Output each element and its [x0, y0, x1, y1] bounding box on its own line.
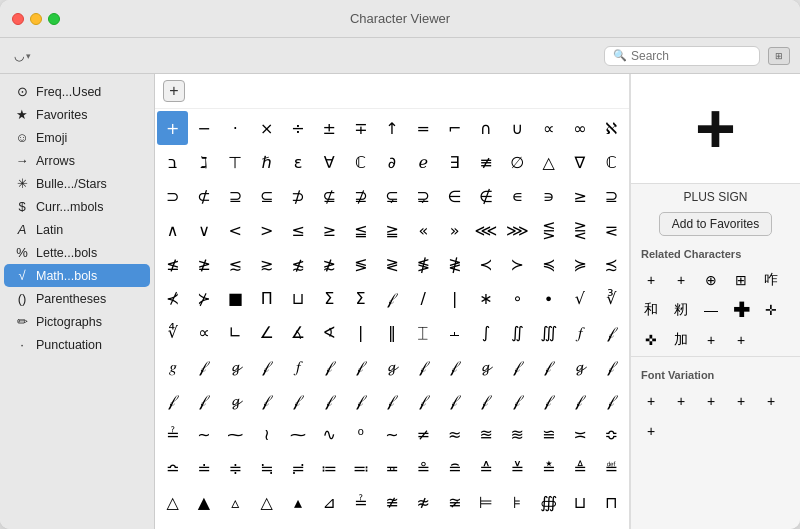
char-cell[interactable]: ⊕: [596, 519, 627, 529]
char-cell[interactable]: ‖: [376, 315, 407, 349]
char-cell[interactable]: ∭: [533, 315, 564, 349]
char-cell[interactable]: ≵: [314, 247, 345, 281]
char-cell[interactable]: 𝒻: [502, 349, 533, 383]
variation-char[interactable]: +: [667, 387, 695, 415]
char-cell[interactable]: ⊇: [596, 179, 627, 213]
char-cell[interactable]: ±: [314, 111, 345, 145]
related-char[interactable]: 咋: [757, 266, 785, 294]
char-cell[interactable]: ≋: [502, 417, 533, 451]
char-cell[interactable]: ∫: [470, 315, 501, 349]
related-char[interactable]: ⊕: [697, 266, 725, 294]
char-cell[interactable]: 𝒻: [188, 383, 219, 417]
char-cell[interactable]: ⊈: [314, 179, 345, 213]
char-cell[interactable]: ≢: [470, 145, 501, 179]
related-char[interactable]: ⊞: [727, 266, 755, 294]
char-cell[interactable]: ב: [157, 145, 188, 179]
char-cell[interactable]: ∘: [502, 281, 533, 315]
char-cell[interactable]: ≀: [251, 417, 282, 451]
char-cell[interactable]: ▭: [282, 519, 313, 529]
char-cell[interactable]: √: [564, 281, 595, 315]
char-cell[interactable]: ⊿: [314, 485, 345, 519]
char-cell[interactable]: ≠: [408, 417, 439, 451]
char-cell[interactable]: ≼: [533, 247, 564, 281]
char-cell[interactable]: Σ: [314, 281, 345, 315]
char-cell[interactable]: Σ: [345, 281, 376, 315]
char-cell[interactable]: ≖: [376, 451, 407, 485]
char-cell[interactable]: ⊆: [251, 179, 282, 213]
char-cell[interactable]: ∛: [596, 281, 627, 315]
sidebar-item-punctuation[interactable]: · Punctuation: [4, 333, 150, 356]
char-cell[interactable]: ∡: [282, 315, 313, 349]
sidebar-item-latin[interactable]: A Latin: [4, 218, 150, 241]
char-cell[interactable]: ⊞: [439, 519, 470, 529]
char-cell[interactable]: |: [345, 315, 376, 349]
char-cell[interactable]: 𝒻: [408, 383, 439, 417]
char-cell[interactable]: ⊗: [345, 519, 376, 529]
char-cell[interactable]: «: [408, 213, 439, 247]
char-cell[interactable]: ≙: [470, 451, 501, 485]
char-cell[interactable]: ⊘: [376, 519, 407, 529]
related-char[interactable]: 和: [637, 296, 665, 324]
char-cell[interactable]: ⋛: [564, 213, 595, 247]
char-cell[interactable]: 𝒻: [439, 383, 470, 417]
minimize-button[interactable]: [30, 13, 42, 25]
char-cell[interactable]: 𝓰: [470, 349, 501, 383]
char-cell[interactable]: ∂: [376, 145, 407, 179]
char-cell[interactable]: 𝑓: [564, 315, 595, 349]
char-cell[interactable]: ∝: [533, 111, 564, 145]
char-cell[interactable]: ⊔: [282, 281, 313, 315]
char-cell[interactable]: ≧: [376, 213, 407, 247]
char-cell[interactable]: ~: [188, 417, 219, 451]
char-cell[interactable]: 𝒻: [596, 315, 627, 349]
char-cell[interactable]: ≘: [439, 451, 470, 485]
char-cell[interactable]: ≸: [408, 247, 439, 281]
char-cell[interactable]: ≳: [251, 247, 282, 281]
char-cell[interactable]: ⊋: [408, 179, 439, 213]
char-cell[interactable]: 𝒻: [157, 383, 188, 417]
char-cell[interactable]: ⊄: [188, 179, 219, 213]
char-cell[interactable]: ∠: [251, 315, 282, 349]
char-cell[interactable]: ⊁: [188, 281, 219, 315]
char-cell[interactable]: ∊: [502, 179, 533, 213]
variation-char[interactable]: +: [697, 387, 725, 415]
sidebar-item-mathbols[interactable]: √ Math...bols: [4, 264, 150, 287]
char-cell[interactable]: ≛: [533, 451, 564, 485]
variation-char[interactable]: +: [727, 387, 755, 415]
char-cell[interactable]: △: [157, 485, 188, 519]
sidebar-item-currency[interactable]: $ Curr...mbols: [4, 195, 150, 218]
char-cell[interactable]: ≇: [376, 485, 407, 519]
view-dropdown[interactable]: ◡ ▾: [10, 47, 35, 65]
char-cell[interactable]: 𝒻: [564, 383, 595, 417]
char-cell[interactable]: ∙: [533, 281, 564, 315]
char-cell[interactable]: ·: [220, 111, 251, 145]
char-cell[interactable]: ≆: [439, 485, 470, 519]
char-cell[interactable]: ⋘: [470, 213, 501, 247]
char-cell[interactable]: ⊧: [502, 485, 533, 519]
char-cell[interactable]: ≥: [564, 179, 595, 213]
char-cell[interactable]: +: [157, 111, 188, 145]
char-cell[interactable]: 𝒻: [251, 383, 282, 417]
sidebar-item-favorites[interactable]: ★ Favorites: [4, 103, 150, 126]
char-cell[interactable]: ≊: [470, 417, 501, 451]
char-cell[interactable]: 𝒻: [376, 281, 407, 315]
char-cell[interactable]: 𝒻: [502, 383, 533, 417]
char-cell[interactable]: /: [408, 281, 439, 315]
char-cell[interactable]: ∰: [533, 485, 564, 519]
char-cell[interactable]: ∓: [345, 111, 376, 145]
related-char[interactable]: —: [697, 296, 725, 324]
grid-view-button[interactable]: ⊞: [768, 47, 790, 65]
char-cell[interactable]: |: [439, 281, 470, 315]
char-cell[interactable]: ∅: [502, 145, 533, 179]
char-cell[interactable]: ≗: [408, 451, 439, 485]
char-cell[interactable]: 𝓰: [564, 349, 595, 383]
variation-char[interactable]: +: [637, 387, 665, 415]
char-cell[interactable]: ≟: [345, 485, 376, 519]
char-cell[interactable]: 𝒻: [314, 349, 345, 383]
char-cell[interactable]: ∗: [470, 281, 501, 315]
char-cell[interactable]: ≹: [439, 247, 470, 281]
search-input[interactable]: [631, 49, 751, 63]
char-cell[interactable]: ≓: [282, 451, 313, 485]
char-cell[interactable]: ≜: [564, 451, 595, 485]
char-cell[interactable]: ℏ: [251, 145, 282, 179]
variation-char[interactable]: +: [637, 417, 665, 445]
